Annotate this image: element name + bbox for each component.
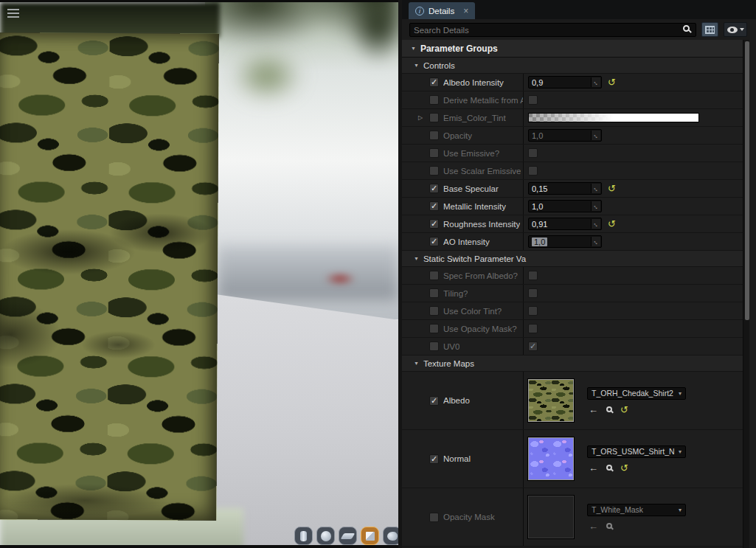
param-override-checkbox[interactable] bbox=[429, 237, 439, 246]
reset-to-default-icon[interactable]: ↺ bbox=[608, 219, 616, 229]
section-header-static-switch-parameter-va[interactable]: ▼Static Switch Parameter Va bbox=[402, 251, 743, 267]
preview-shape-cube-button[interactable] bbox=[361, 527, 379, 545]
value-spinner-icon[interactable]: ↔ bbox=[591, 219, 600, 229]
browse-to-asset-icon[interactable] bbox=[606, 406, 612, 412]
scalar-value-field[interactable]: 0,9↔ bbox=[528, 76, 602, 89]
value-checkbox[interactable] bbox=[528, 95, 538, 105]
browse-to-asset-icon[interactable] bbox=[606, 465, 612, 471]
scalar-value-field[interactable]: 1,0↔ bbox=[528, 200, 602, 212]
preview-shape-sphere-button[interactable] bbox=[316, 527, 335, 545]
preview-shape-plane-button[interactable] bbox=[339, 527, 357, 545]
value-spinner-icon[interactable]: ↔ bbox=[591, 131, 600, 140]
param-override-checkbox[interactable] bbox=[429, 288, 439, 298]
drag-arrows-icon: ↔ bbox=[591, 131, 600, 140]
sphere-icon bbox=[321, 531, 331, 541]
reset-to-default-icon[interactable]: ↺ bbox=[620, 463, 628, 473]
row-metallic-intensity: Metallic Intensity1,0↔ bbox=[402, 198, 743, 215]
row-albedo: AlbedoT_ORH_Chedak_Shirt2▾←↺ bbox=[402, 372, 743, 430]
preview-shape-cylinder-button[interactable] bbox=[294, 527, 313, 545]
param-override-checkbox[interactable] bbox=[429, 131, 439, 140]
value-spinner-icon[interactable]: ↔ bbox=[591, 77, 600, 87]
color-picker-bar[interactable] bbox=[528, 113, 699, 122]
asset-dropdown[interactable]: T_White_Mask▾ bbox=[587, 504, 686, 516]
value-checkbox[interactable] bbox=[528, 166, 538, 176]
parameter-groups-header[interactable]: ▼ Parameter Groups bbox=[402, 40, 743, 58]
param-override-checkbox[interactable] bbox=[429, 113, 439, 122]
asset-dropdown[interactable]: T_ORS_USMC_Shirt_N▾ bbox=[587, 445, 686, 458]
viewport-options-icon[interactable] bbox=[7, 9, 19, 18]
param-override-checkbox[interactable] bbox=[429, 201, 439, 211]
scrollbar-thumb[interactable] bbox=[745, 41, 749, 320]
preview-shape-mesh-button[interactable] bbox=[383, 527, 398, 545]
scalar-value-field[interactable]: 1,0↔ bbox=[528, 129, 602, 142]
texture-thumbnail-albedo[interactable] bbox=[528, 379, 574, 422]
param-override-checkbox[interactable] bbox=[429, 166, 439, 176]
value-checkbox[interactable] bbox=[528, 324, 538, 333]
tab-details[interactable]: i Details × bbox=[409, 2, 475, 19]
asset-dropdown[interactable]: T_ORH_Chedak_Shirt2▾ bbox=[587, 387, 686, 400]
param-override-checkbox[interactable] bbox=[429, 148, 439, 158]
reset-to-default-icon[interactable]: ↺ bbox=[620, 405, 628, 415]
browse-to-asset-icon[interactable] bbox=[606, 523, 612, 529]
value-checkbox[interactable] bbox=[528, 306, 538, 316]
param-value-cell: 1,0↔ bbox=[524, 233, 743, 250]
value-spinner-icon[interactable]: ↔ bbox=[591, 201, 600, 211]
preview-shape-toolbar bbox=[294, 527, 398, 545]
param-label: Opacity Mask bbox=[443, 513, 495, 521]
row-opacity: Opacity1,0↔ bbox=[402, 127, 743, 145]
color-alpha-checker bbox=[529, 114, 613, 122]
param-override-checkbox[interactable] bbox=[429, 396, 439, 406]
param-override-checkbox[interactable] bbox=[429, 184, 439, 193]
value-checkbox[interactable] bbox=[528, 341, 538, 351]
texture-thumbnail-opacity-mask[interactable] bbox=[528, 496, 574, 538]
reset-to-default-icon[interactable]: ↺ bbox=[608, 184, 616, 193]
tab-close-icon[interactable]: × bbox=[463, 6, 468, 16]
expander-icon[interactable]: ▷ bbox=[418, 114, 423, 121]
reset-to-default-icon[interactable]: ↺ bbox=[608, 77, 616, 87]
scalar-value-field[interactable]: 1,0↔ bbox=[528, 235, 602, 248]
scrollbar[interactable] bbox=[743, 40, 749, 548]
value-spinner-icon[interactable]: ↔ bbox=[591, 184, 600, 193]
param-override-checkbox[interactable] bbox=[429, 271, 439, 280]
preview-mesh-camo-material[interactable] bbox=[0, 32, 219, 521]
param-label: Spec From Albedo? bbox=[443, 271, 518, 280]
param-value-cell bbox=[524, 145, 743, 162]
view-options-button[interactable] bbox=[724, 22, 747, 37]
viewport-3d-preview[interactable] bbox=[0, 0, 398, 548]
param-value-cell bbox=[524, 338, 743, 355]
param-override-checkbox[interactable] bbox=[429, 95, 439, 105]
param-override-checkbox[interactable] bbox=[429, 306, 439, 316]
row-opacity-mask: Opacity MaskT_White_Mask▾← bbox=[402, 488, 743, 547]
scalar-value-field[interactable]: 0,15↔ bbox=[528, 182, 602, 195]
value-checkbox[interactable] bbox=[528, 288, 538, 298]
use-selected-asset-icon[interactable]: ← bbox=[589, 463, 598, 473]
param-name-cell: UV0 bbox=[402, 338, 524, 355]
param-value-cell: 0,91↔↺ bbox=[524, 215, 743, 232]
section-header-texture-maps[interactable]: ▼Texture Maps bbox=[402, 355, 743, 372]
use-selected-asset-icon[interactable]: ← bbox=[589, 521, 598, 531]
param-override-checkbox[interactable] bbox=[429, 513, 439, 522]
row-albedo-intensity: Albedo Intensity0,9↔↺ bbox=[402, 74, 743, 91]
display-filter-button[interactable] bbox=[701, 22, 718, 37]
param-override-checkbox[interactable] bbox=[429, 324, 439, 333]
value-checkbox[interactable] bbox=[528, 271, 538, 280]
param-override-checkbox[interactable] bbox=[429, 341, 439, 351]
texture-thumbnail-normal[interactable] bbox=[528, 437, 574, 480]
param-override-checkbox[interactable] bbox=[429, 454, 439, 464]
use-selected-asset-icon[interactable]: ← bbox=[589, 405, 598, 415]
param-value-cell bbox=[524, 162, 743, 179]
value-spinner-icon[interactable]: ↔ bbox=[591, 237, 600, 246]
search-input[interactable] bbox=[409, 23, 696, 37]
section-header-controls[interactable]: ▼Controls bbox=[402, 58, 743, 74]
row-spec-from-albedo: Spec From Albedo? bbox=[402, 267, 743, 285]
param-override-checkbox[interactable] bbox=[429, 219, 439, 229]
param-name-cell: Use Scalar Emissive bbox=[402, 162, 524, 179]
grid-icon bbox=[705, 26, 715, 34]
param-label: UV0 bbox=[443, 342, 460, 351]
param-name-cell: Albedo bbox=[402, 372, 524, 429]
param-override-checkbox[interactable] bbox=[429, 77, 439, 87]
scalar-value-field[interactable]: 0,91↔ bbox=[528, 218, 602, 230]
details-tab-icon: i bbox=[415, 7, 424, 15]
value-checkbox[interactable] bbox=[528, 148, 538, 158]
color-solid-swatch bbox=[613, 114, 698, 122]
